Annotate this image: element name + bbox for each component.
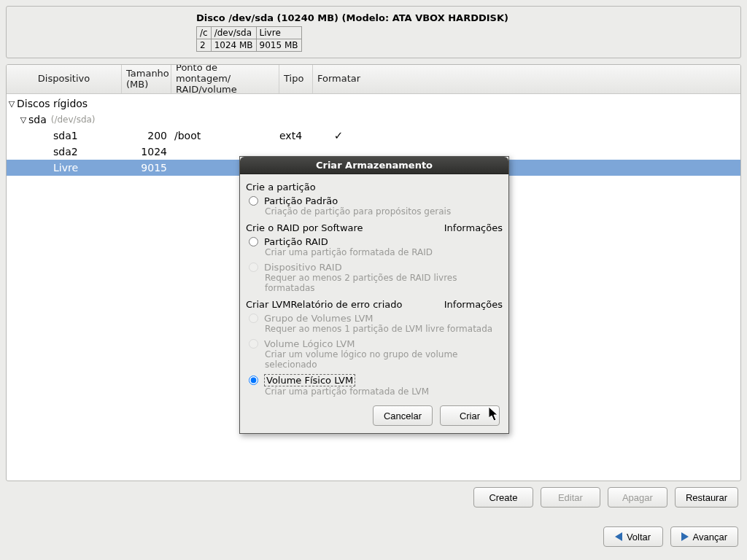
- radio-lvm-vg: [249, 314, 258, 323]
- back-button[interactable]: Voltar: [603, 526, 663, 547]
- col-type[interactable]: Tipo: [279, 65, 313, 93]
- radio-lvm-pv[interactable]: [249, 376, 258, 385]
- nav-buttons: Voltar Avançar: [603, 526, 738, 547]
- restore-button[interactable]: Restaurar: [675, 487, 738, 508]
- action-buttons: Create Editar Apagar Restaurar: [473, 487, 738, 508]
- next-button[interactable]: Avançar: [670, 526, 738, 547]
- section-lvm: Criar LVMRelatório de erro criado Inform…: [246, 299, 503, 310]
- opt-lvm-vg: Grupo de Volumes LVM: [246, 311, 503, 324]
- expand-icon[interactable]: ▽: [18, 115, 28, 125]
- arrow-right-icon: [681, 532, 689, 541]
- info-link[interactable]: Informações: [444, 222, 503, 233]
- opt-lvm-lv: Volume Lógico LVM: [246, 337, 503, 349]
- radio-standard[interactable]: [249, 196, 258, 206]
- disk-title: Disco /dev/sda (10240 MB) (Modelo: ATA V…: [196, 12, 735, 23]
- column-headers: Dispositivo Tamanho (MB) Ponto de montag…: [7, 65, 740, 94]
- disk-usage-table: /c /dev/sda Livre 2 1024 MB 9015 MB: [196, 26, 302, 52]
- dialog-create-button[interactable]: Criar: [440, 405, 500, 426]
- dialog-title[interactable]: Criar Armazenamento: [240, 157, 508, 174]
- arrow-left-icon: [615, 532, 622, 541]
- col-device[interactable]: Dispositivo: [7, 65, 122, 93]
- edit-button: Editar: [541, 487, 600, 508]
- check-icon: ✓: [334, 129, 344, 142]
- info-link[interactable]: Informações: [444, 299, 503, 310]
- section-partition: Crie a partição: [246, 182, 503, 192]
- delete-button: Apagar: [608, 487, 667, 508]
- expand-icon[interactable]: ▽: [7, 99, 17, 109]
- cancel-button[interactable]: Cancelar: [373, 405, 433, 426]
- radio-lvm-lv: [249, 339, 258, 349]
- opt-raid-partition[interactable]: Partição RAID: [246, 235, 503, 247]
- opt-standard-partition[interactable]: Partição Padrão: [246, 194, 503, 206]
- radio-raid-part[interactable]: [249, 237, 258, 246]
- create-storage-dialog: Criar Armazenamento Crie a partição Part…: [239, 156, 509, 434]
- col-mount[interactable]: Ponto de montagem/ RAID/volume: [171, 65, 279, 93]
- create-button[interactable]: Create: [473, 487, 533, 508]
- radio-raid-dev: [249, 262, 258, 272]
- tree-disk[interactable]: ▽ sda (/dev/sda): [7, 112, 740, 128]
- table-row[interactable]: sda1 200 /boot ext4 ✓: [7, 128, 740, 144]
- disk-legend: Disco /dev/sda (10240 MB) (Modelo: ATA V…: [6, 6, 741, 58]
- tree-root[interactable]: ▽ Discos rígidos: [7, 96, 740, 112]
- section-raid: Crie o RAID por Software Informações: [246, 222, 503, 233]
- opt-raid-device: Dispositivo RAID: [246, 260, 503, 273]
- opt-lvm-pv[interactable]: Volume Físico LVM: [246, 373, 503, 386]
- col-format[interactable]: Formatar: [313, 65, 364, 93]
- col-size[interactable]: Tamanho (MB): [122, 65, 171, 93]
